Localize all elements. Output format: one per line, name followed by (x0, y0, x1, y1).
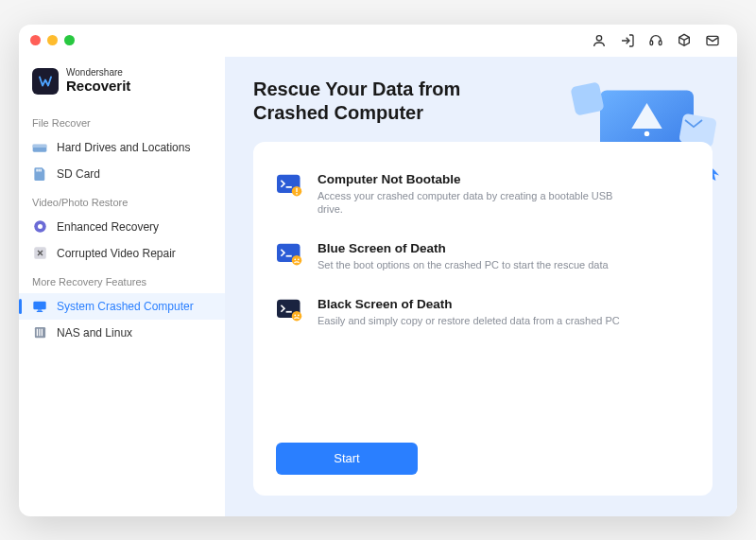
svg-rect-13 (38, 309, 42, 310)
svg-rect-1 (650, 41, 653, 45)
svg-point-30 (292, 255, 302, 266)
page-title: Rescue Your Data from Crashed Computer (253, 78, 537, 125)
enhanced-icon (32, 220, 47, 234)
mail-icon[interactable] (705, 33, 720, 48)
sidebar-item-label: Hard Drives and Locations (57, 141, 190, 154)
repair-icon (32, 247, 47, 260)
svg-point-32 (298, 259, 300, 261)
app-logo: Wondershare Recoverit (19, 61, 225, 108)
sidebar-item-enhanced-recovery[interactable]: Enhanced Recovery (19, 214, 225, 240)
svg-point-34 (292, 311, 302, 322)
option-title: Computer Not Bootable (318, 172, 639, 186)
sidebar-item-hard-drives[interactable]: Hard Drives and Locations (19, 134, 225, 161)
start-button[interactable]: Start (276, 443, 418, 475)
section-label: File Recover (19, 108, 225, 134)
sidebar: Wondershare Recoverit File Recover Hard … (19, 57, 225, 516)
svg-point-22 (644, 131, 649, 135)
login-icon[interactable] (620, 33, 635, 48)
svg-rect-5 (33, 144, 47, 147)
maximize-window-button[interactable] (64, 35, 75, 45)
account-icon[interactable] (592, 33, 607, 48)
option-not-bootable[interactable]: Computer Not Bootable Access your crashe… (276, 163, 690, 233)
logo-badge (32, 68, 59, 95)
drive-icon (32, 141, 47, 154)
brand-line2: Recoverit (66, 78, 130, 94)
svg-rect-6 (36, 169, 37, 172)
close-window-button[interactable] (30, 35, 41, 45)
svg-rect-23 (570, 81, 604, 115)
sidebar-item-system-crashed[interactable]: System Crashed Computer (19, 293, 225, 320)
option-title: Blue Screen of Death (318, 241, 609, 255)
svg-rect-18 (41, 329, 42, 337)
minimize-window-button[interactable] (47, 35, 58, 45)
terminal-warn-icon (276, 174, 304, 199)
svg-rect-17 (39, 329, 40, 337)
svg-point-36 (298, 314, 300, 316)
svg-rect-7 (38, 169, 39, 172)
option-desc: Access your crashed computer data by cre… (318, 189, 639, 218)
svg-point-35 (294, 314, 296, 316)
sidebar-item-label: System Crashed Computer (57, 300, 194, 313)
terminal-error-icon (276, 243, 304, 268)
cube-icon[interactable] (677, 33, 692, 48)
app-body: Wondershare Recoverit File Recover Hard … (19, 57, 737, 516)
sidebar-item-sd-card[interactable]: SD Card (19, 161, 225, 187)
terminal-dark-icon (276, 299, 304, 323)
support-icon[interactable] (648, 33, 663, 48)
svg-point-0 (596, 35, 601, 40)
sdcard-icon (32, 167, 47, 181)
section-label: More Recovery Features (19, 267, 225, 293)
monitor-icon (32, 300, 47, 313)
traffic-lights (30, 35, 75, 45)
svg-rect-14 (37, 310, 43, 311)
logo-text: Wondershare Recoverit (66, 68, 130, 93)
sidebar-item-nas-linux[interactable]: NAS and Linux (19, 320, 225, 346)
titlebar (19, 25, 737, 57)
nas-icon (32, 326, 47, 340)
option-desc: Easily and simply copy or restore delete… (318, 314, 620, 328)
option-blue-screen[interactable]: Blue Screen of Death Set the boot option… (276, 232, 690, 287)
sidebar-item-corrupted-video[interactable]: Corrupted Video Repair (19, 240, 225, 267)
sidebar-item-label: SD Card (57, 167, 100, 181)
sidebar-item-label: NAS and Linux (57, 326, 132, 340)
section-label: Video/Photo Restore (19, 187, 225, 214)
option-title: Black Screen of Death (318, 297, 620, 311)
header-actions (592, 33, 726, 48)
main-panel: Rescue Your Data from Crashed Computer C… (225, 57, 737, 516)
svg-rect-2 (659, 41, 662, 45)
app-window: Wondershare Recoverit File Recover Hard … (19, 25, 737, 516)
sidebar-item-label: Enhanced Recovery (57, 220, 159, 234)
svg-rect-12 (33, 301, 45, 309)
svg-point-31 (294, 259, 296, 261)
svg-point-28 (296, 192, 298, 194)
option-desc: Set the boot options on the crashed PC t… (318, 258, 609, 272)
svg-point-10 (38, 224, 43, 229)
svg-rect-8 (40, 169, 41, 172)
svg-rect-16 (36, 329, 37, 337)
sidebar-item-label: Corrupted Video Repair (57, 247, 176, 260)
options-card: Computer Not Bootable Access your crashe… (253, 142, 713, 496)
option-black-screen[interactable]: Black Screen of Death Easily and simply … (276, 287, 690, 343)
